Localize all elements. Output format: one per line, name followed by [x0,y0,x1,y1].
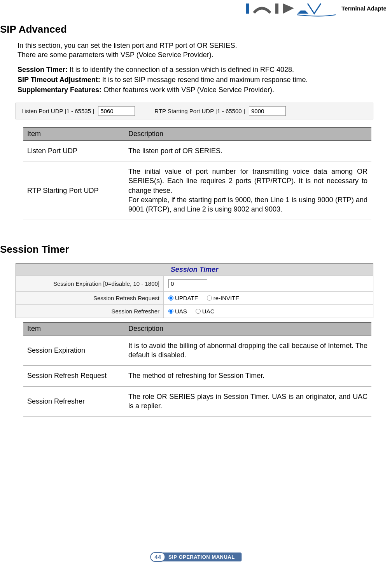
svg-rect-1 [275,3,278,14]
manual-label: SIP OPERATION MANUAL [160,553,242,561]
rtp-port-input[interactable] [249,106,286,116]
table1-header-item: Item [23,128,124,140]
svg-text:Terminal Adapter: Terminal Adapter [341,5,386,12]
def-session-timer: Session Timer: It is to identify the con… [18,65,380,75]
table2-r2-desc: The role OR SERIES plays in Session Time… [124,386,371,416]
radio-uac[interactable]: UAC [196,308,215,315]
table1-r0-item: Listen Port UDP [23,140,124,161]
session-timer-title: Session Timer [16,264,373,276]
table1-header-desc: Description [124,128,371,140]
table1-r1-item: RTP Starting Port UDP [23,161,124,220]
intro-line-2: There are some parameters with VSP (Voic… [18,50,380,59]
def-supplementary: Supplementary Features: Other features w… [18,85,380,95]
radio-uas[interactable]: UAS [168,308,187,315]
session-expiration-label: Session Expiration [0=disable, 10 - 1800… [16,277,164,290]
intro-line-1: In this section, you can set the listen … [18,41,380,50]
brand-logo: Terminal Adapter [246,2,386,17]
session-timer-form: Session Timer Session Expiration [0=disa… [16,263,373,318]
table-row: Session Refresh Request The method of re… [23,365,371,386]
session-expiration-input[interactable] [168,279,207,288]
page-footer: 44 SIP OPERATION MANUAL [150,552,242,562]
session-refresher-label: Session Refresher [16,305,164,318]
table1-r0-desc: The listen port of OR SERIES. [124,140,371,161]
table-row: Session Expiration It is to avoid the bi… [23,335,371,365]
page-number: 44 [150,552,165,562]
table2-r0-item: Session Expiration [23,335,124,365]
table-row: RTP Starting Port UDP The initial value … [23,161,371,220]
rtp-port-label: RTP Starting Port UDP [1 - 65500 ] [154,108,245,114]
table2-r2-item: Session Refresher [23,386,124,416]
table2-r1-desc: The method of refreshing for Session Tim… [124,365,371,386]
page-title: SIP Advanced [0,23,380,35]
listen-port-input[interactable] [98,106,135,116]
def-sip-timeout: SIP Timeout Adjustment: It is to set SIP… [18,75,380,85]
table2-header-desc: Description [124,322,371,335]
table2-r1-item: Session Refresh Request [23,365,124,386]
table2-header-item: Item [23,322,124,335]
ports-desc-table: Item Description Listen Port UDP The lis… [23,127,371,220]
session-desc-table: Item Description Session Expiration It i… [23,322,371,416]
section-session-timer: Session Timer [0,243,380,255]
radio-reinvite[interactable]: re-INVITE [207,295,240,301]
session-refresh-request-label: Session Refresh Request [16,292,164,304]
listen-port-label: Listen Port UDP [1 - 65535 ] [21,108,94,114]
svg-rect-0 [246,3,249,14]
table2-r0-desc: It is to avoid the billing of abnormal d… [124,335,371,365]
radio-update[interactable]: UPDATE [168,295,198,301]
table-row: Session Refresher The role OR SERIES pla… [23,386,371,416]
table-row: Listen Port UDP The listen port of OR SE… [23,140,371,161]
table1-r1-desc: The initial value of port number for tra… [124,161,371,220]
ports-form: Listen Port UDP [1 - 65535 ] RTP Startin… [16,103,373,119]
